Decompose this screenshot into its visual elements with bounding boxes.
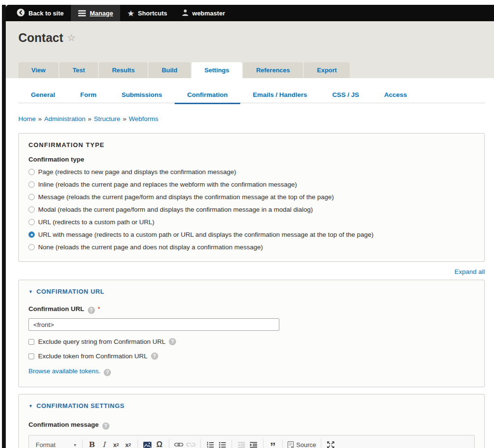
subtab-confirmation[interactable]: Confirmation bbox=[175, 88, 240, 103]
superscript-button[interactable]: x2 bbox=[122, 439, 134, 448]
radio-label: Page (redirects to new page and displays… bbox=[38, 168, 236, 176]
radio-option-none[interactable]: None (reloads the current page and does … bbox=[28, 244, 475, 251]
chevron-down-icon: ▾ bbox=[74, 442, 76, 448]
radio-label: Message (reloads the current page/form a… bbox=[38, 193, 334, 201]
confirmation-type-label: Confirmation type bbox=[28, 156, 475, 163]
manage-menu-button[interactable]: Manage bbox=[71, 5, 120, 21]
subtab-general[interactable]: General bbox=[18, 88, 68, 103]
subscript-button[interactable]: x2 bbox=[110, 439, 122, 448]
breadcrumb-webforms[interactable]: Webforms bbox=[129, 115, 158, 122]
radio-icon[interactable] bbox=[28, 244, 35, 250]
back-to-site-button[interactable]: Back to site bbox=[10, 5, 71, 21]
radio-label: None (reloads the current page and does … bbox=[38, 244, 263, 251]
subtab-emails-handlers[interactable]: Emails / Handlers bbox=[240, 88, 320, 103]
outdent-button[interactable] bbox=[235, 439, 247, 448]
radio-icon[interactable] bbox=[28, 194, 35, 200]
radio-label: Inline (reloads the current page and rep… bbox=[38, 181, 297, 188]
radio-option-modal[interactable]: Modal (reloads the current page/form and… bbox=[28, 206, 475, 213]
radio-icon[interactable] bbox=[28, 219, 35, 225]
shortcuts-button[interactable]: ★ Shortcuts bbox=[120, 5, 174, 21]
radio-option-page[interactable]: Page (redirects to new page and displays… bbox=[28, 168, 475, 176]
numbered-list-button[interactable] bbox=[204, 439, 216, 448]
checkbox-label: Exclude token from Confirmation URL bbox=[38, 353, 148, 360]
help-icon[interactable] bbox=[88, 307, 95, 314]
maximize-button[interactable] bbox=[325, 439, 337, 448]
radio-option-url-with-message[interactable]: URL with message (redirects to a custom … bbox=[28, 231, 475, 238]
bulleted-list-icon bbox=[219, 442, 226, 448]
expand-all-row: Expand all bbox=[18, 268, 485, 275]
exclude-token-checkbox-row[interactable]: Exclude token from Confirmation URL bbox=[28, 353, 475, 360]
tab-build[interactable]: Build bbox=[149, 62, 191, 78]
tab-export[interactable]: Export bbox=[304, 62, 350, 78]
source-button[interactable]: Source bbox=[286, 439, 317, 448]
help-icon[interactable] bbox=[104, 369, 111, 376]
toolbar-separator bbox=[232, 439, 232, 448]
radio-option-inline[interactable]: Inline (reloads the current page and rep… bbox=[28, 181, 475, 188]
secondary-tabs: General Form Submissions Confirmation Em… bbox=[18, 78, 485, 103]
shortcuts-label: Shortcuts bbox=[138, 10, 167, 17]
subtab-form[interactable]: Form bbox=[68, 88, 109, 103]
blockquote-button[interactable]: ” bbox=[267, 439, 279, 448]
main-content: General Form Submissions Confirmation Em… bbox=[6, 78, 494, 448]
exclude-query-checkbox-row[interactable]: Exclude query string from Confirmation U… bbox=[28, 338, 475, 345]
user-icon bbox=[182, 9, 189, 17]
special-character-button[interactable]: Ω bbox=[153, 439, 165, 448]
radio-icon[interactable] bbox=[28, 206, 35, 213]
required-asterisk: * bbox=[98, 305, 100, 312]
expand-all-link[interactable]: Expand all bbox=[454, 268, 485, 275]
unlink-icon bbox=[186, 442, 195, 447]
help-icon[interactable] bbox=[102, 422, 110, 430]
italic-button[interactable]: I bbox=[98, 439, 110, 448]
subtab-submissions[interactable]: Submissions bbox=[109, 88, 175, 103]
radio-option-url[interactable]: URL (redirects to a custom path or URL) bbox=[28, 218, 475, 226]
collapse-caret-icon: ▼ bbox=[28, 289, 33, 294]
tab-view[interactable]: View bbox=[18, 62, 58, 78]
toolbar-separator bbox=[82, 439, 82, 448]
indent-icon bbox=[250, 442, 257, 448]
user-menu-button[interactable]: webmaster bbox=[175, 5, 233, 21]
radio-icon[interactable] bbox=[28, 181, 35, 188]
tab-test[interactable]: Test bbox=[59, 62, 98, 78]
format-dropdown[interactable]: Format ▾ bbox=[33, 441, 79, 448]
bulleted-list-button[interactable] bbox=[216, 439, 228, 448]
page: Back to site Manage ★ Shortcuts webmaste… bbox=[2, 5, 494, 448]
help-icon[interactable] bbox=[151, 353, 158, 360]
breadcrumb-home[interactable]: Home bbox=[18, 115, 36, 122]
manage-label: Manage bbox=[90, 10, 113, 17]
breadcrumb-structure[interactable]: Structure bbox=[94, 115, 121, 122]
confirmation-url-summary[interactable]: ▼CONFIRMATION URL bbox=[28, 288, 475, 295]
confirmation-settings-summary[interactable]: ▼CONFIRMATION SETTINGS bbox=[28, 402, 475, 409]
tab-settings[interactable]: Settings bbox=[192, 62, 242, 78]
source-icon bbox=[288, 441, 294, 448]
subtab-css-js[interactable]: CSS / JS bbox=[320, 88, 372, 103]
subtab-access[interactable]: Access bbox=[371, 88, 419, 103]
checkbox-icon[interactable] bbox=[28, 353, 34, 359]
tab-results[interactable]: Results bbox=[99, 62, 148, 78]
confirmation-url-input[interactable] bbox=[28, 318, 279, 331]
radio-icon[interactable] bbox=[28, 169, 35, 175]
admin-toolbar: Back to site Manage ★ Shortcuts webmaste… bbox=[6, 5, 494, 21]
bold-button[interactable]: B bbox=[86, 439, 98, 448]
image-button[interactable] bbox=[141, 439, 153, 448]
link-button[interactable] bbox=[173, 439, 185, 448]
breadcrumb: Home»Administration»Structure»Webforms bbox=[18, 115, 485, 122]
confirmation-type-legend: CONFIRMATION TYPE bbox=[28, 141, 475, 149]
breadcrumb-administration[interactable]: Administration bbox=[44, 115, 86, 122]
radio-option-message[interactable]: Message (reloads the current page/form a… bbox=[28, 193, 475, 201]
unlink-button[interactable] bbox=[185, 439, 197, 448]
link-icon bbox=[174, 442, 183, 447]
tab-references[interactable]: References bbox=[243, 62, 303, 78]
checkbox-icon[interactable] bbox=[28, 339, 34, 345]
radio-icon[interactable] bbox=[28, 231, 35, 238]
image-icon bbox=[143, 442, 151, 448]
collapse-caret-icon: ▼ bbox=[28, 404, 33, 408]
indent-button[interactable] bbox=[247, 439, 260, 448]
checkbox-label: Exclude query string from Confirmation U… bbox=[38, 338, 165, 345]
favorite-star-icon[interactable]: ☆ bbox=[67, 32, 76, 43]
browse-tokens-link[interactable]: Browse available tokens. bbox=[28, 367, 100, 375]
radio-label: URL with message (redirects to a custom … bbox=[38, 231, 373, 238]
toolbar-separator bbox=[200, 439, 201, 448]
confirmation-url-panel: ▼CONFIRMATION URL Confirmation URL* Excl… bbox=[18, 280, 485, 387]
rich-text-editor-toolbar: Format ▾ B I x2 x2 Ω bbox=[28, 435, 475, 448]
help-icon[interactable] bbox=[169, 338, 176, 345]
